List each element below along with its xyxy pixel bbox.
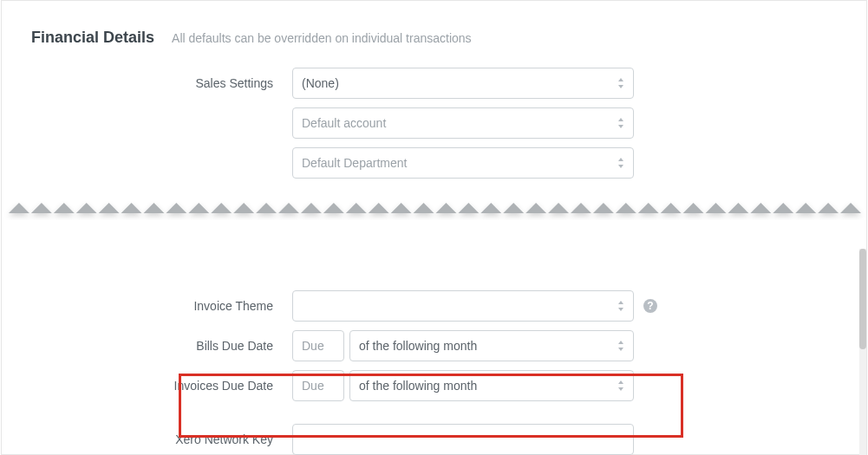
section-title: Financial Details: [31, 29, 154, 47]
help-icon[interactable]: ?: [643, 298, 658, 314]
row-sales-settings: Sales Settings (None): [2, 68, 866, 99]
default-account-placeholder: Default account: [302, 116, 386, 130]
svg-marker-25: [571, 203, 591, 213]
svg-marker-3: [76, 203, 97, 213]
row-invoices-due-date: Invoices Due Date Due of the following m…: [2, 370, 866, 401]
svg-text:?: ?: [647, 300, 653, 312]
bills-due-date-combo: Due of the following month: [292, 330, 634, 361]
bills-period-value: of the following month: [359, 339, 477, 353]
row-invoice-theme: Invoice Theme ?: [2, 290, 866, 322]
svg-marker-8: [188, 203, 209, 213]
financial-details-panel: Financial Details All defaults can be ov…: [1, 0, 867, 455]
svg-marker-33: [750, 203, 771, 213]
bills-due-input[interactable]: Due: [292, 330, 344, 361]
svg-marker-24: [548, 203, 569, 213]
sort-icon: [616, 340, 626, 352]
invoice-theme-select[interactable]: [292, 290, 634, 322]
svg-marker-17: [391, 203, 412, 213]
scrollbar-thumb[interactable]: [859, 249, 866, 349]
label-bills-due-date: Bills Due Date: [2, 339, 292, 353]
sort-icon: [616, 157, 626, 169]
sort-icon: [616, 77, 626, 89]
svg-marker-28: [638, 203, 659, 213]
invoices-period-value: of the following month: [359, 379, 477, 393]
svg-marker-0: [9, 203, 29, 213]
default-account-select[interactable]: Default account: [292, 107, 634, 139]
sort-icon: [616, 300, 626, 312]
default-department-select[interactable]: Default Department: [292, 147, 634, 179]
svg-marker-1: [31, 203, 52, 213]
invoices-period-select[interactable]: of the following month: [349, 370, 634, 401]
invoices-due-placeholder: Due: [302, 379, 324, 393]
svg-marker-6: [144, 203, 165, 213]
svg-marker-26: [593, 203, 614, 213]
section-subtitle: All defaults can be overridden on indivi…: [172, 31, 472, 45]
svg-marker-19: [435, 203, 456, 213]
xero-network-key-input[interactable]: [292, 424, 634, 455]
svg-marker-21: [480, 203, 501, 213]
svg-marker-7: [166, 203, 186, 213]
svg-marker-30: [683, 203, 704, 213]
sales-settings-value: (None): [302, 76, 339, 90]
svg-marker-10: [233, 203, 254, 213]
label-xero-network-key: Xero Network Key: [2, 432, 292, 446]
form-area-bottom: Invoice Theme ? Bills Due Date Due: [2, 290, 866, 455]
sort-icon: [616, 117, 626, 129]
svg-marker-12: [278, 203, 299, 213]
section-header: Financial Details All defaults can be ov…: [2, 1, 866, 68]
svg-marker-31: [706, 203, 727, 213]
svg-marker-2: [54, 203, 75, 213]
svg-marker-15: [346, 203, 367, 213]
label-sales-settings: Sales Settings: [2, 76, 292, 90]
row-default-department: Default Department: [2, 147, 866, 179]
svg-marker-34: [773, 203, 793, 213]
scrollbar-track[interactable]: [859, 249, 866, 455]
row-xero-network-key: Xero Network Key: [2, 424, 866, 455]
svg-marker-14: [323, 203, 344, 213]
sort-icon: [616, 380, 626, 392]
svg-marker-9: [211, 203, 232, 213]
row-default-account: Default account: [2, 107, 866, 139]
svg-marker-29: [661, 203, 682, 213]
invoices-due-input[interactable]: Due: [292, 370, 344, 401]
svg-marker-18: [414, 203, 434, 213]
svg-marker-23: [525, 203, 546, 213]
svg-marker-32: [728, 203, 748, 213]
svg-marker-11: [256, 203, 277, 213]
svg-marker-22: [503, 203, 524, 213]
label-invoices-due-date: Invoices Due Date: [2, 379, 292, 393]
label-invoice-theme: Invoice Theme: [2, 299, 292, 313]
default-department-placeholder: Default Department: [302, 156, 407, 170]
svg-marker-37: [840, 203, 861, 213]
torn-divider: [2, 194, 866, 225]
svg-marker-36: [818, 203, 839, 213]
svg-marker-5: [121, 203, 142, 213]
svg-marker-16: [369, 203, 389, 213]
svg-marker-13: [301, 203, 322, 213]
bills-due-placeholder: Due: [302, 339, 324, 353]
sales-settings-select[interactable]: (None): [292, 68, 634, 99]
row-bills-due-date: Bills Due Date Due of the following mont…: [2, 330, 866, 361]
svg-marker-20: [458, 203, 479, 213]
invoices-due-date-combo: Due of the following month: [292, 370, 634, 401]
svg-marker-27: [616, 203, 636, 213]
bills-period-select[interactable]: of the following month: [349, 330, 634, 361]
svg-marker-35: [795, 203, 816, 213]
form-area-top: Sales Settings (None) Default account De…: [2, 68, 866, 179]
svg-marker-4: [99, 203, 120, 213]
